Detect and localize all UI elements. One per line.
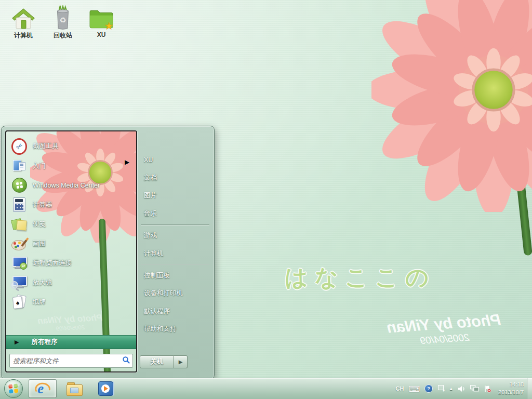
ime-toolbar-icon[interactable]: ▾ bbox=[437, 385, 444, 392]
start-menu-item-sticky-notes[interactable]: 便笺 bbox=[11, 215, 133, 234]
separator bbox=[141, 224, 209, 225]
start-menu-right-panel: XU 文档 图片 音乐 游戏 计算机 控制面板 设备和打印机 默认程序 帮助和支… bbox=[140, 151, 210, 338]
calculator-icon bbox=[11, 197, 27, 212]
start-menu-item-documents[interactable]: 文档 bbox=[140, 169, 210, 187]
gerbera-flower-graphic bbox=[371, 0, 532, 212]
start-menu-left-panel: Photo by YiNan 2005/04/09 ✂ 截图工具 入门 Wind… bbox=[5, 130, 137, 373]
taskbar-clock[interactable]: 14:18 2013/10/7 bbox=[498, 381, 524, 396]
magnifier-icon bbox=[11, 275, 27, 290]
start-menu: Photo by YiNan 2005/04/09 ✂ 截图工具 入门 Wind… bbox=[1, 126, 215, 379]
all-programs-button[interactable]: ▶ 所有程序 bbox=[6, 335, 136, 349]
clock-time: 14:18 bbox=[498, 381, 524, 389]
menu-item-label: 放大镜 bbox=[33, 278, 52, 287]
shutdown-button[interactable]: 关机 bbox=[140, 355, 174, 368]
clock-date: 2013/10/7 bbox=[498, 389, 524, 396]
search-input[interactable] bbox=[10, 357, 122, 365]
start-menu-item-games[interactable]: 游戏 bbox=[140, 227, 210, 245]
start-menu-item-magnifier[interactable]: 放大镜 bbox=[11, 273, 133, 293]
menu-item-label: Windows Media Center bbox=[33, 182, 100, 189]
start-menu-item-solitaire[interactable]: ♠ 纸牌 bbox=[11, 292, 133, 312]
start-menu-item-paint[interactable]: 画图 bbox=[11, 234, 133, 254]
taskbar-wmp-button[interactable] bbox=[92, 380, 119, 397]
start-menu-item-help-support[interactable]: 帮助和支持 bbox=[140, 321, 210, 338]
media-center-icon bbox=[11, 178, 27, 193]
start-menu-program-list: ✂ 截图工具 入门 Windows Media Center 计算器 bbox=[11, 137, 133, 312]
desktop-icon-label: XU bbox=[81, 31, 122, 38]
search-icon[interactable] bbox=[122, 356, 132, 366]
taskbar-explorer-button[interactable] bbox=[61, 380, 88, 397]
system-tray: CH ⌨ ? ▾ ▲ 14:18 2013/10/7 bbox=[396, 381, 532, 396]
language-indicator[interactable]: CH bbox=[396, 385, 404, 392]
menu-item-label: 计算器 bbox=[33, 201, 52, 209]
action-center-flag-icon[interactable] bbox=[484, 385, 491, 393]
start-menu-item-pictures[interactable]: 图片 bbox=[140, 187, 210, 205]
desktop-icon-label: 回收站 bbox=[43, 31, 83, 40]
show-hidden-icons-arrow[interactable]: ▲ bbox=[449, 387, 453, 391]
help-icon[interactable]: ? bbox=[424, 384, 433, 393]
wallpaper-watermark-text: はなここの bbox=[285, 262, 461, 293]
svg-text:♻: ♻ bbox=[59, 16, 66, 24]
start-menu-item-devices-printers[interactable]: 设备和打印机 bbox=[140, 285, 210, 302]
desktop-icon-xu-folder[interactable]: ★ XU bbox=[81, 3, 122, 38]
desktop-icon-recycle-bin[interactable]: ♻ 回收站 bbox=[43, 3, 83, 40]
start-menu-item-calculator[interactable]: 计算器 bbox=[11, 195, 133, 215]
taskbar-ie-button[interactable]: e bbox=[29, 379, 57, 398]
separator bbox=[141, 264, 209, 264]
start-menu-item-snipping-tool[interactable]: ✂ 截图工具 bbox=[11, 137, 133, 156]
menu-item-label: 便笺 bbox=[33, 220, 46, 229]
keyboard-icon[interactable]: ⌨ bbox=[408, 385, 420, 393]
computer-house-icon bbox=[3, 3, 44, 30]
volume-icon[interactable] bbox=[458, 385, 466, 392]
desktop-icon-label: 计算机 bbox=[3, 31, 44, 40]
folder-star-icon: ★ bbox=[81, 3, 122, 30]
menu-item-label: 远程桌面连接 bbox=[33, 259, 72, 268]
show-desktop-button[interactable] bbox=[527, 378, 532, 399]
recycle-bin-icon: ♻ bbox=[43, 3, 83, 30]
windows-orb-icon bbox=[4, 379, 23, 398]
sticky-notes-icon bbox=[11, 217, 27, 232]
start-menu-item-computer[interactable]: 计算机 bbox=[140, 245, 210, 262]
start-button[interactable] bbox=[4, 379, 23, 398]
desktop-icon-computer[interactable]: 计算机 bbox=[3, 3, 44, 40]
solitaire-icon: ♠ bbox=[11, 295, 27, 310]
menu-item-label: 纸牌 bbox=[33, 298, 46, 307]
snipping-tool-icon: ✂ bbox=[11, 139, 27, 154]
menu-item-label: 画图 bbox=[33, 240, 46, 248]
start-menu-item-getting-started[interactable]: 入门 bbox=[11, 156, 133, 176]
start-menu-item-control-panel[interactable]: 控制面板 bbox=[140, 267, 210, 284]
all-programs-arrow-icon: ▶ bbox=[15, 339, 19, 345]
start-menu-item-music[interactable]: 音乐 bbox=[140, 205, 210, 222]
all-programs-label: 所有程序 bbox=[31, 338, 57, 347]
windows-explorer-icon bbox=[66, 382, 82, 395]
menu-item-label: 入门 bbox=[33, 162, 46, 170]
remote-desktop-icon: ⇄ bbox=[11, 256, 27, 271]
start-menu-search-box bbox=[9, 354, 133, 368]
shutdown-controls: 关机 ▶ bbox=[140, 355, 188, 368]
svg-text:★: ★ bbox=[105, 21, 113, 30]
paint-icon bbox=[11, 236, 27, 251]
start-menu-item-default-programs[interactable]: 默认程序 bbox=[140, 302, 210, 320]
start-menu-item-media-center[interactable]: Windows Media Center bbox=[11, 176, 133, 195]
taskbar: e CH ⌨ ? ▾ ▲ 14:18 bbox=[0, 378, 532, 399]
shutdown-options-arrow-button[interactable]: ▶ bbox=[174, 355, 188, 368]
mouse-cursor: ▶ bbox=[125, 158, 129, 166]
start-menu-item-remote-desktop[interactable]: ⇄ 远程桌面连接 bbox=[11, 254, 133, 273]
menu-item-label: 截图工具 bbox=[33, 142, 59, 151]
network-icon[interactable] bbox=[470, 385, 479, 392]
desktop: はなここの Photo by YiNan 2005/04/09 计算机 ♻ 回收… bbox=[0, 0, 532, 399]
internet-explorer-icon: e bbox=[34, 380, 51, 397]
windows-media-player-icon bbox=[98, 381, 113, 396]
getting-started-icon bbox=[11, 158, 27, 174]
wallpaper-photo-credit: Photo by YiNan 2005/04/09 bbox=[357, 309, 530, 351]
start-menu-item-user[interactable]: XU bbox=[140, 151, 210, 169]
